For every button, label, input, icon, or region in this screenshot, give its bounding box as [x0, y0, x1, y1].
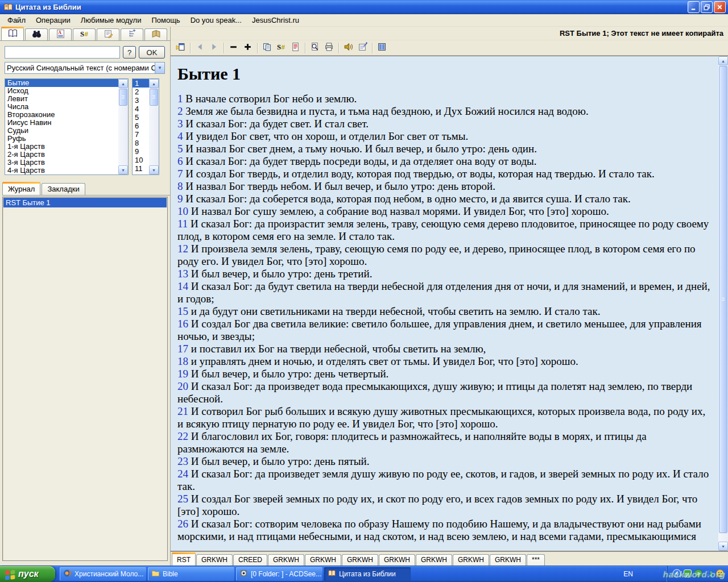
folder-icon [151, 569, 160, 579]
chapter-item[interactable]: 1 [133, 79, 149, 88]
book-item[interactable]: 1-я Царств [5, 143, 118, 151]
scroll-down-icon[interactable]: ▼ [118, 165, 128, 174]
journal-list[interactable]: RST Бытие 1 [2, 197, 168, 561]
module-tab-GRKWH[interactable]: GRKWH [453, 554, 489, 566]
book-item[interactable]: Руфь [5, 135, 118, 143]
module-tab-GRKWH[interactable]: GRKWH [196, 554, 233, 566]
restore-button[interactable] [701, 1, 713, 13]
scroll-up-icon[interactable]: ▲ [718, 56, 728, 65]
scroll-up-icon[interactable]: ▲ [149, 79, 159, 88]
module-tab-GRKWH[interactable]: GRKWH [490, 554, 526, 566]
text-scrollbar[interactable]: ▲ ▼ [718, 56, 728, 551]
chapter-item[interactable]: 8 [133, 139, 149, 147]
chapter-item[interactable]: 3 [133, 96, 149, 105]
book-item[interactable]: Числа [5, 103, 118, 111]
tab-bookmarks[interactable]: Закладки [42, 183, 85, 195]
task-button[interactable]: Bible [148, 567, 234, 581]
module-tab-GRKWH[interactable]: GRKWH [379, 554, 415, 566]
menu-item[interactable]: Помощь [146, 15, 185, 26]
task-button[interactable]: Христианский Моло... [60, 567, 146, 581]
chapter-item[interactable]: 10 [133, 156, 149, 164]
close-button[interactable] [714, 1, 726, 13]
minimize-button[interactable] [688, 1, 700, 13]
language-indicator[interactable]: EN [619, 570, 638, 578]
module-tab-GRKWH[interactable]: GRKWH [268, 554, 304, 566]
menu-item[interactable]: Файл [2, 15, 31, 26]
toolbar-button-back[interactable] [193, 41, 207, 55]
tray-smiley-icon[interactable] [715, 569, 725, 580]
chapters-list[interactable]: 1234567891011 ▲ ▼ [132, 78, 159, 175]
toolbar-button-print[interactable] [322, 41, 336, 55]
tray-shield-icon[interactable]: a [694, 569, 703, 580]
books-scrollbar[interactable]: ▲ ▼ [118, 79, 128, 174]
books-scroll-thumb[interactable] [119, 89, 127, 106]
chapter-item[interactable]: 5 [133, 113, 149, 122]
text-scroll-thumb[interactable] [719, 66, 727, 533]
chapter-item[interactable]: 11 [133, 164, 149, 173]
toolbar-button-split-view[interactable] [375, 41, 389, 55]
module-tab-GRKWH[interactable]: GRKWH [305, 554, 341, 566]
toolbar-button-copy[interactable] [260, 41, 274, 55]
left-tab-binoculars[interactable] [25, 28, 48, 40]
scroll-up-icon[interactable]: ▲ [118, 79, 128, 88]
menu-item[interactable]: JesusChrist.ru [247, 15, 304, 26]
book-item[interactable]: Судьи [5, 127, 118, 135]
module-tab-***[interactable]: *** [527, 554, 545, 566]
module-tab-RST[interactable]: RST [172, 552, 196, 566]
toolbar-button-document[interactable] [288, 41, 303, 55]
left-tab-dictionary[interactable]: A [49, 28, 72, 40]
menu-item[interactable]: Операции [31, 15, 76, 26]
module-tab-CREED[interactable]: CREED [233, 554, 267, 566]
toolbar-button-forward[interactable] [207, 41, 221, 55]
menu-item[interactable]: Любимые модули [76, 15, 147, 26]
tray-messenger-icon[interactable] [705, 569, 714, 580]
start-button[interactable]: пуск [0, 566, 55, 582]
tray-chevron-left-icon[interactable] [672, 569, 681, 580]
task-button[interactable]: [0 Folder: ] - ACDSee... [236, 567, 322, 581]
book-item[interactable]: Иисус Навин [5, 119, 118, 127]
task-button[interactable]: Цитата из Библии [324, 567, 411, 581]
book-item[interactable]: Второзаконие [5, 111, 118, 119]
help-button[interactable]: ? [123, 46, 136, 59]
verse: 23 И был вечер, и было утро: день пятый. [177, 455, 710, 468]
toolbar-button-properties[interactable] [355, 41, 370, 55]
book-item[interactable]: 2-я Царств [5, 151, 118, 159]
book-item[interactable]: Бытие [5, 79, 118, 87]
ok-button[interactable]: OK [139, 46, 165, 59]
module-tab-GRKWH[interactable]: GRKWH [342, 554, 378, 566]
tray-utorrent-icon[interactable]: µ [683, 569, 692, 580]
tab-journal[interactable]: Журнал [2, 182, 40, 195]
toolbar-button-print-preview[interactable] [308, 41, 322, 55]
toolbar-button-increase-font[interactable] [241, 41, 255, 55]
book-item[interactable]: 3-я Царств [5, 159, 118, 167]
book-item[interactable]: 4-я Царств [5, 167, 118, 174]
toolbar-button-goto-module[interactable] [173, 41, 188, 55]
module-tab-GRKWH[interactable]: GRKWH [416, 554, 452, 566]
chapter-item[interactable]: 4 [133, 105, 149, 113]
left-tab-strong-numbers[interactable]: S# [73, 28, 96, 40]
left-tab-bible-book[interactable] [1, 27, 24, 40]
left-tab-commentary[interactable] [97, 28, 119, 40]
chapter-item[interactable]: 9 [133, 147, 149, 156]
toolbar-button-strong-numbers[interactable]: S# [274, 41, 288, 55]
toolbar-button-decrease-font[interactable] [226, 41, 241, 55]
chapters-scrollbar[interactable]: ▲ ▼ [149, 79, 159, 174]
menu-item[interactable]: Do you speak... [185, 15, 247, 26]
module-select[interactable]: Русский Синодальный текст (с номерами Ст… [5, 62, 165, 74]
search-input[interactable] [5, 46, 120, 59]
chapters-scroll-thumb[interactable] [150, 89, 158, 106]
chapter-item[interactable]: 6 [133, 122, 149, 130]
left-tab-modules[interactable] [144, 28, 167, 40]
left-tab-plan[interactable] [121, 28, 143, 40]
book-item[interactable]: Исход [5, 87, 118, 95]
chevron-down-icon[interactable]: ▼ [155, 63, 164, 73]
chapter-item[interactable]: 7 [133, 130, 149, 139]
journal-item[interactable]: RST Бытие 1 [3, 198, 167, 207]
books-list[interactable]: БытиеИсходЛевитЧислаВторозакониеИисус На… [5, 78, 129, 175]
chapter-item[interactable]: 2 [133, 88, 149, 96]
scroll-down-icon[interactable]: ▼ [718, 542, 728, 551]
verse-number: 5 [177, 143, 183, 155]
toolbar-button-speak[interactable] [341, 41, 355, 55]
scroll-down-icon[interactable]: ▼ [149, 165, 159, 174]
book-item[interactable]: Левит [5, 95, 118, 103]
